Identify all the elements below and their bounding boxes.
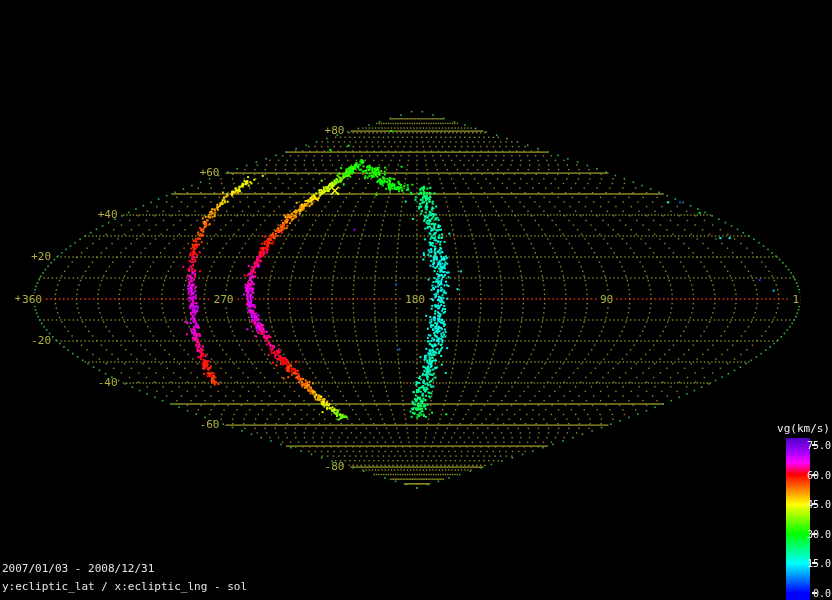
colorbar-tick-label: 75.0 (807, 440, 832, 451)
radiant-map-window: +80+60+40+20+0-20-40-60-80 360270180901 … (0, 0, 832, 600)
lat-tick-label: -20 (31, 334, 51, 347)
lat-tick-label: +40 (98, 208, 118, 221)
colorbar-gradient (786, 438, 810, 600)
lat-tick-label: +20 (31, 250, 51, 263)
lat-tick-label: -40 (98, 376, 118, 389)
colorbar-tick-label: 60.0 (807, 469, 832, 480)
axes-label: y:ecliptic_lat / x:ecliptic_lng - sol (2, 578, 247, 596)
colorbar-tick-label: 45.0 (807, 499, 832, 510)
lng-tick-label: 270 (212, 293, 236, 306)
lat-tick-label: -60 (200, 418, 220, 431)
colorbar-title: vg(km/s) (777, 423, 830, 435)
lat-tick-label: +60 (200, 166, 220, 179)
colorbar-tick-label: 15.0 (807, 558, 832, 569)
date-range-label: 2007/01/03 - 2008/12/31 (2, 560, 247, 578)
lng-tick-label: 180 (403, 293, 427, 306)
footer: 2007/01/03 - 2008/12/31 y:ecliptic_lat /… (2, 560, 247, 596)
lng-tick-label: 360 (20, 293, 44, 306)
lat-tick-label: +80 (325, 124, 345, 137)
lng-tick-label: 1 (791, 293, 802, 306)
colorbar-tick-label: 30.0 (807, 528, 832, 539)
lng-tick-label: 90 (598, 293, 615, 306)
lat-tick-label: -80 (325, 460, 345, 473)
colorbar-tick-label: 0.0 (813, 588, 832, 599)
